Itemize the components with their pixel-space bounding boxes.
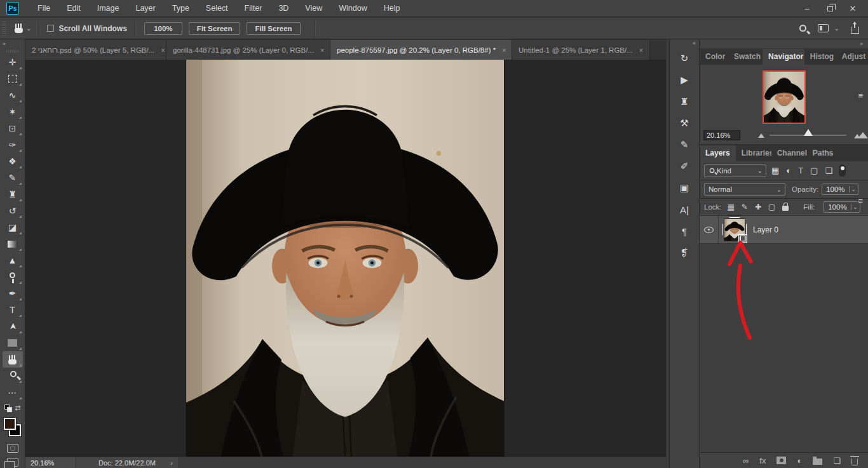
dodge-tool[interactable]	[3, 269, 23, 285]
status-doc-sizes[interactable]: Doc: 22.0M/22.0M ›	[76, 457, 178, 468]
close-button[interactable]: ✕	[841, 0, 864, 17]
new-layer-icon[interactable]: ❏	[833, 456, 841, 465]
brush-settings-panel-icon[interactable]: ✎	[672, 134, 697, 156]
panel-tab[interactable]: Channels	[771, 145, 807, 161]
panel-tab[interactable]: Navigator	[763, 49, 804, 65]
blend-mode-dropdown[interactable]: Normal ⌄	[704, 183, 785, 196]
document-tab[interactable]: Untitled-1 @ 25% (Layer 1, RGB/... ×	[512, 40, 650, 60]
glyphs-panel-icon[interactable]: ❡	[672, 242, 697, 264]
zoom-out-icon[interactable]	[758, 133, 764, 138]
lock-transparent-pixels-icon[interactable]: ▦	[728, 203, 735, 211]
panel-tab[interactable]: Paths	[807, 145, 839, 161]
tool-preset-chevron-icon[interactable]: ⌄	[26, 25, 31, 32]
navigator-zoom-slider[interactable]	[770, 135, 846, 136]
navigator-zoom-input[interactable]	[703, 130, 740, 140]
navigator-proxy-view[interactable]	[763, 70, 806, 124]
status-zoom-field[interactable]: 20.16%	[25, 457, 76, 468]
lock-artboard-icon[interactable]: ▢	[768, 203, 775, 211]
workspace-switcher[interactable]: ⌄	[818, 24, 839, 32]
panel-tab[interactable]: Color	[700, 49, 728, 65]
opacity-value[interactable]: 100%	[822, 185, 848, 193]
layer-row-selected[interactable]: Layer 0	[700, 216, 868, 244]
zoom-option-button[interactable]: 100%	[144, 22, 182, 35]
document-tab-active[interactable]: people-875597.jpg @ 20.2% (Layer 0, RGB/…	[330, 40, 512, 60]
lock-position-icon[interactable]: ✚	[755, 203, 761, 211]
paragraph-panel-icon[interactable]: ¶	[672, 220, 697, 242]
filter-type-layers-icon[interactable]: T	[798, 166, 803, 175]
panel-tab[interactable]: Layers	[700, 145, 736, 161]
menu-item[interactable]: Edit	[58, 0, 89, 17]
type-tool[interactable]: T	[3, 302, 23, 318]
default-colors-control[interactable]: ⇄	[3, 402, 23, 416]
status-chevron-icon[interactable]: ›	[170, 459, 173, 467]
close-tab-icon[interactable]: ×	[320, 46, 324, 54]
brushes-panel-icon[interactable]: ✐	[672, 156, 697, 177]
search-icon[interactable]	[799, 25, 806, 32]
clone-stamp-tool[interactable]: ♜	[3, 186, 23, 203]
options-bar-grip[interactable]	[2, 22, 6, 36]
clone-source-panel-icon[interactable]: ♜	[672, 91, 697, 112]
share-icon[interactable]	[851, 27, 859, 34]
panel-tab[interactable]: Adjust	[836, 49, 868, 65]
quick-selection-tool[interactable]: ✶	[3, 104, 23, 120]
fill-combo[interactable]: 100% ⌄	[824, 201, 860, 213]
zoom-in-icon[interactable]	[858, 132, 868, 138]
panel-tab[interactable]: Swatch	[728, 49, 763, 65]
close-tab-icon[interactable]: ×	[639, 46, 643, 54]
pen-tool[interactable]: ✒	[3, 285, 23, 302]
character-panel-icon[interactable]: A|	[672, 199, 697, 220]
tooldock-grip[interactable]	[6, 50, 18, 53]
crop-tool[interactable]: ⊡	[3, 120, 23, 137]
zoom-option-button[interactable]: Fit Screen	[189, 22, 241, 35]
history-panel-icon[interactable]: ↻	[672, 48, 697, 69]
dock-collapse-arrows[interactable]: »	[700, 39, 868, 48]
menu-item[interactable]: Filter	[236, 0, 271, 17]
layer-name[interactable]: Layer 0	[753, 225, 778, 234]
filter-smart-objects-icon[interactable]: ❏	[825, 166, 832, 175]
layer-filter-kind-dropdown[interactable]: Kind ⌄	[704, 164, 766, 177]
panel-tab[interactable]: Libraries	[736, 145, 771, 161]
history-brush-tool[interactable]: ↺	[3, 203, 23, 219]
zoom-tool[interactable]	[3, 368, 23, 384]
layer-effects-icon[interactable]: fx	[759, 456, 766, 465]
scroll-all-windows-option[interactable]: Scroll All Windows	[47, 24, 126, 33]
panel-tab[interactable]: Histog	[804, 49, 836, 65]
layer-thumbnail[interactable]	[724, 218, 745, 241]
swap-colors-icon[interactable]: ⇄	[15, 404, 20, 412]
link-layers-icon[interactable]: ∞	[743, 456, 749, 465]
close-tab-icon[interactable]: ×	[502, 46, 506, 54]
close-tab-icon[interactable]: ×	[161, 46, 165, 54]
document-tab[interactable]: gorilla-448731.jpg @ 25% (Layer 0, RGB/.…	[166, 40, 330, 60]
lasso-tool[interactable]: ∿	[3, 87, 23, 104]
filter-adjustment-layers-icon[interactable]: ◐	[786, 166, 791, 175]
eraser-tool[interactable]: ◪	[3, 219, 23, 236]
document-image[interactable]	[186, 60, 504, 457]
opacity-combo[interactable]: 100% ⌄	[822, 184, 858, 195]
move-tool[interactable]: ✛	[3, 54, 23, 70]
delete-layer-icon[interactable]	[851, 456, 858, 465]
screen-mode-button[interactable]	[7, 458, 18, 467]
minimize-button[interactable]: –	[796, 0, 818, 17]
rectangular-marquee-tool[interactable]	[3, 70, 23, 87]
menu-item[interactable]: Image	[89, 0, 128, 17]
restore-button[interactable]	[818, 0, 841, 17]
menu-item[interactable]: Type	[164, 0, 198, 17]
chevron-down-icon[interactable]: ⌄	[849, 186, 858, 192]
fill-value[interactable]: 100%	[824, 203, 850, 211]
zoom-option-button[interactable]: Fill Screen	[247, 22, 300, 35]
layer-visibility-toggle[interactable]	[700, 216, 719, 243]
menu-item[interactable]: Window	[330, 0, 375, 17]
tooldock-expand-arrows[interactable]: »	[0, 39, 25, 48]
foreground-color-swatch[interactable]	[4, 418, 16, 430]
menu-item[interactable]: Select	[198, 0, 236, 17]
filter-shape-layers-icon[interactable]: ▢	[810, 166, 818, 175]
menu-item[interactable]: Layer	[127, 0, 163, 17]
filter-pixel-layers-icon[interactable]: ▦	[771, 166, 779, 175]
hand-tool[interactable]	[3, 351, 23, 368]
current-tool-indicator[interactable]: ⌄	[14, 23, 31, 33]
zoom-slider-handle[interactable]	[804, 129, 813, 136]
eyedropper-tool[interactable]: ✑	[3, 137, 23, 153]
add-layer-mask-icon[interactable]	[776, 457, 786, 464]
gradient-tool[interactable]	[3, 236, 23, 252]
document-tab[interactable]: 2 רוחאני.psd @ 50% (Layer 5, RGB/... ×	[25, 40, 166, 60]
